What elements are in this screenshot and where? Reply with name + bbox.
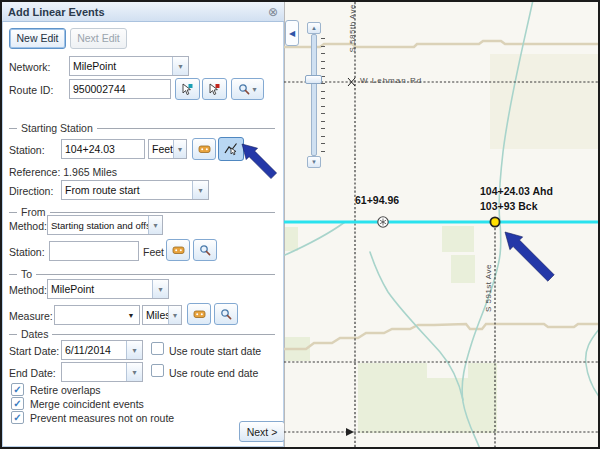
- direction-combo[interactable]: From route start ▾: [61, 180, 209, 200]
- network-combo[interactable]: MilePoint ▾: [69, 56, 189, 76]
- to-method-combo[interactable]: MilePoint ▾: [47, 279, 169, 299]
- dropdown-icon[interactable]: ▾: [168, 306, 181, 324]
- from-method-value: Starting station and offset: [51, 220, 159, 231]
- check-icon: ✓: [13, 413, 21, 423]
- panel-header: Add Linear Events ⊗: [2, 2, 284, 22]
- from-method-label: Method:: [9, 220, 47, 232]
- prevent-measures-label: Prevent measures not on route: [30, 412, 174, 424]
- map-canvas: [284, 2, 598, 447]
- route-search-button[interactable]: ▾: [231, 78, 264, 100]
- direction-value: From route start: [65, 184, 205, 196]
- collapse-panel-button[interactable]: ◀: [285, 20, 299, 46]
- station-offset-icon: [193, 308, 206, 320]
- section-dates: Dates: [9, 328, 275, 340]
- panel-body: New Edit Next Edit Network: MilePoint ▾ …: [2, 22, 284, 447]
- from-station-label: Station:: [9, 246, 45, 258]
- use-route-start-date-checkbox[interactable]: [151, 342, 164, 355]
- from-station-input[interactable]: [49, 241, 139, 261]
- dropdown-icon[interactable]: ▾: [192, 181, 208, 199]
- to-method-label: Method:: [9, 284, 47, 296]
- from-station-offset-button[interactable]: [166, 239, 190, 261]
- measure-label: Measure:: [9, 310, 53, 322]
- check-icon: ✓: [13, 399, 21, 409]
- end-date-label: End Date:: [9, 367, 56, 379]
- dropdown-icon[interactable]: ▾: [126, 363, 142, 381]
- route-id-label: Route ID:: [9, 84, 53, 96]
- road-label-vertical-left: S 585th Ave: [348, 4, 357, 53]
- dropdown-icon[interactable]: ▾: [148, 216, 162, 234]
- measure-offset-button[interactable]: [187, 303, 211, 325]
- dropdown-icon[interactable]: ▾: [126, 341, 142, 359]
- network-value: MilePoint: [73, 60, 185, 72]
- road-label-horizontal: W Lehman Rd: [360, 76, 422, 85]
- start-date-label: Start Date:: [9, 345, 59, 357]
- search-icon: [199, 244, 211, 256]
- use-route-start-date-label: Use route start date: [169, 345, 261, 357]
- measure-search-button[interactable]: [214, 303, 238, 325]
- map-annotation-arrow-icon: [505, 232, 554, 281]
- end-date-field[interactable]: ▾: [61, 362, 143, 382]
- road-junction-marks: [346, 78, 355, 436]
- slider-down-icon: ▼: [311, 159, 317, 165]
- close-icon[interactable]: ⊗: [268, 6, 278, 18]
- reference-text: Reference: 1.965 Miles: [9, 166, 117, 178]
- zoom-slider-handle[interactable]: [305, 75, 322, 84]
- measure-units-combo[interactable]: Miles ▾: [142, 305, 182, 325]
- station-offset-icon: [198, 143, 211, 155]
- station-offset-icon: [172, 244, 185, 256]
- to-method-value: MilePoint: [51, 283, 165, 295]
- zoom-slider-ticks: [321, 38, 325, 152]
- zoom-in-button[interactable]: ▲: [307, 22, 321, 34]
- clear-route-selection-button[interactable]: [202, 78, 227, 100]
- new-edit-button[interactable]: New Edit: [9, 28, 66, 49]
- road-label-vertical-right: S 591st Ave: [484, 264, 493, 312]
- station-offset-button[interactable]: [192, 138, 216, 160]
- next-button[interactable]: Next >: [239, 421, 285, 442]
- station-ref-label: 61+94.96: [355, 194, 399, 206]
- selected-point-marker[interactable]: [490, 217, 499, 226]
- panel-title: Add Linear Events: [8, 6, 268, 18]
- ahead-station-label: 104+24.03 Ahd: [480, 185, 553, 197]
- route-id-input[interactable]: [69, 79, 171, 99]
- section-starting-station: Starting Station: [9, 122, 275, 134]
- panel-annotation-arrow-icon: [216, 134, 284, 184]
- dropdown-icon[interactable]: ▾: [172, 57, 188, 75]
- map-view[interactable]: 61+94.96 104+24.03 Ahd 103+93 Bck W Lehm…: [284, 2, 598, 447]
- dropdown-icon[interactable]: ▾: [173, 140, 186, 158]
- dropdown-icon[interactable]: ▾: [152, 280, 168, 298]
- use-route-end-date-label: Use route end date: [169, 367, 258, 379]
- retire-overlaps-checkbox[interactable]: ✓: [11, 383, 24, 396]
- vegetation-patches: [285, 54, 598, 433]
- dropdown-icon[interactable]: ▾: [252, 85, 256, 94]
- select-route-icon: [181, 83, 194, 96]
- app-window: Add Linear Events ⊗ New Edit Next Edit N…: [0, 0, 600, 449]
- from-search-button[interactable]: [193, 239, 217, 261]
- search-icon: [238, 83, 250, 95]
- station-units-combo[interactable]: Feet ▾: [148, 139, 187, 159]
- dropdown-icon[interactable]: ▼: [125, 306, 137, 324]
- prevent-measures-checkbox[interactable]: ✓: [11, 411, 24, 424]
- station-reference-symbol: [378, 217, 388, 227]
- slider-up-icon: ▲: [311, 25, 317, 31]
- merge-coincident-events-label: Merge coincident events: [30, 398, 144, 410]
- network-label: Network:: [9, 61, 50, 73]
- station-label: Station:: [9, 144, 45, 156]
- add-linear-events-panel: Add Linear Events ⊗ New Edit Next Edit N…: [2, 2, 284, 447]
- measure-combo[interactable]: ▼: [54, 305, 140, 325]
- next-edit-button[interactable]: Next Edit: [70, 28, 127, 49]
- from-method-combo[interactable]: Starting station and offset ▾: [47, 215, 163, 235]
- zoom-slider-track[interactable]: [311, 34, 317, 156]
- select-route-on-map-button[interactable]: [175, 78, 200, 100]
- check-icon: ✓: [13, 385, 21, 395]
- station-input[interactable]: [61, 139, 145, 159]
- back-station-label: 103+93 Bck: [480, 200, 538, 212]
- zoom-out-button[interactable]: ▼: [307, 156, 321, 168]
- direction-label: Direction:: [9, 185, 53, 197]
- start-date-field[interactable]: 6/11/2014 ▾: [61, 340, 143, 360]
- search-icon: [220, 308, 232, 320]
- use-route-end-date-checkbox[interactable]: [151, 364, 164, 377]
- retire-overlaps-label: Retire overlaps: [30, 384, 101, 396]
- collapse-icon: ◀: [289, 29, 295, 38]
- merge-coincident-events-checkbox[interactable]: ✓: [11, 397, 24, 410]
- from-units-label: Feet: [143, 246, 164, 258]
